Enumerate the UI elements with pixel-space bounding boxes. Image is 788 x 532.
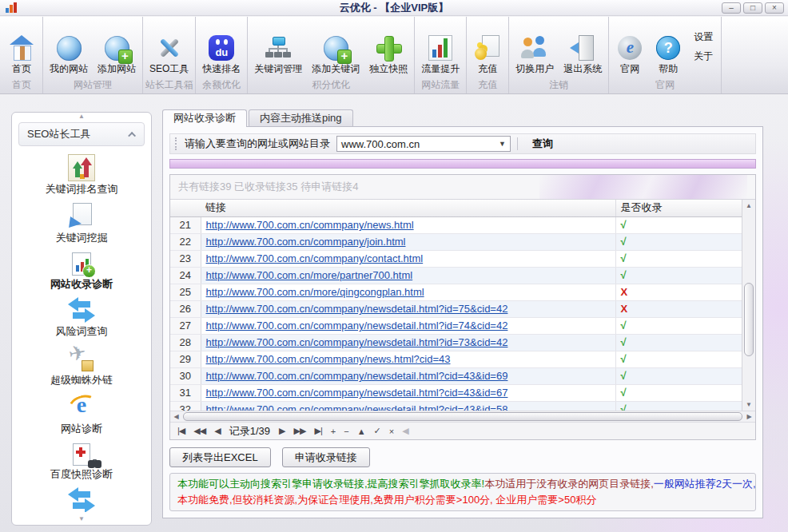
close-button[interactable]: × xyxy=(765,2,784,14)
scroll-left-icon[interactable]: ◀ xyxy=(170,411,182,422)
link-cell: http://www.700.com.cn/commpany/news.html… xyxy=(201,351,615,367)
nav-control-icon[interactable]: ▲ xyxy=(357,427,365,436)
toolbar-button-small[interactable]: 关于 xyxy=(694,50,713,63)
result-grid: 链接 是否收录 21http://www.700.com.cn/commpany… xyxy=(170,200,742,411)
link-cell: http://www.700.com.cn/commpany/newsdetai… xyxy=(201,384,615,401)
scroll-right-icon[interactable]: ▶ xyxy=(743,411,755,422)
scroll-down-icon[interactable]: ▼ xyxy=(742,399,755,411)
hscroll-thumb[interactable] xyxy=(183,412,742,421)
url-link[interactable]: http://www.700.com.cn/commpany/newsdetai… xyxy=(206,336,508,348)
url-link[interactable]: http://www.700.com.cn/commpany/news.html xyxy=(206,219,414,231)
sidebar-item-关键词排名查询[interactable]: 关键词排名查询 xyxy=(46,154,118,196)
sidebar-scroll-up-icon[interactable]: ▲ xyxy=(12,113,151,121)
coins-icon xyxy=(473,34,502,62)
scroll-track[interactable] xyxy=(742,212,755,399)
nav-control-icon[interactable]: ▶ xyxy=(279,426,285,436)
nav-control-icon[interactable]: ◀◀ xyxy=(193,426,205,436)
nav-control-icon[interactable]: − xyxy=(344,427,348,436)
nav-control-icon[interactable]: ▶| xyxy=(314,426,321,436)
url-combobox[interactable]: www.700.com.cn ▼ xyxy=(336,136,511,152)
sidebar-item-网站诊断[interactable]: 网站诊断 xyxy=(61,392,102,435)
toolbar-group-caption: 充值 xyxy=(468,77,507,93)
toolbar-button-web-icon[interactable]: 官网 xyxy=(611,17,649,77)
toolbar-button-globe-add-icon[interactable]: 添加关键词 xyxy=(307,17,364,77)
scroll-thumb[interactable] xyxy=(744,283,754,356)
url-link[interactable]: http://www.700.com.cn/commpany/newsdetai… xyxy=(206,387,508,399)
toolbar-button-tools-icon[interactable]: SEO工具 xyxy=(145,17,193,77)
chevron-down-icon[interactable]: ▼ xyxy=(499,140,506,148)
horizontal-scrollbar[interactable]: ◀ ▶ xyxy=(170,411,755,422)
sidebar-scroll-down-icon[interactable]: ▼ xyxy=(12,515,151,523)
toolbar-group-items: 关键词管理添加关键词独立快照 xyxy=(249,17,412,77)
url-link[interactable]: http://www.700.com.cn/more/qingcongplan.… xyxy=(206,286,424,298)
toolbar-button-coins-icon[interactable]: 充值 xyxy=(468,17,507,77)
nav-control-icon[interactable]: ◀ xyxy=(214,426,220,436)
link-cell: http://www.700.com.cn/commpany/newsdetai… xyxy=(201,300,615,317)
record-navigator: |◀◀◀◀记录1/39▶▶▶▶|+−▲✓×◀ xyxy=(170,422,755,439)
sidebar-item-关键词挖掘[interactable]: 关键词挖掘 xyxy=(56,201,108,244)
url-link[interactable]: http://www.700.com.cn/commpany/join.html xyxy=(206,236,406,248)
sidebar-item-风险词查询[interactable]: 风险词查询 xyxy=(56,296,108,338)
toolbar-button-globe-icon[interactable]: 我的网站 xyxy=(45,17,93,77)
toolbar-group: 我的网站添加网站网站管理 xyxy=(43,17,143,93)
sidebar-item-超级蜘蛛外链[interactable]: 超级蜘蛛外链 xyxy=(50,343,113,387)
baidu-icon xyxy=(209,35,234,61)
table-row: 24http://www.700.com.cn/more/partner700.… xyxy=(170,267,742,284)
link-cell: http://www.700.com.cn/commpany/join.html xyxy=(201,233,615,250)
toolbar-button-baidu-icon[interactable]: 快速排名 xyxy=(197,17,245,77)
url-link[interactable]: http://www.700.com.cn/commpany/newsdetai… xyxy=(206,370,508,382)
scroll-up-icon[interactable]: ▲ xyxy=(742,200,755,212)
summary-text: 共有链接39 已收录链接35 待申请链接4 xyxy=(170,175,755,199)
row-number: 26 xyxy=(170,300,201,317)
tab-网站收录诊断[interactable]: 网站收录诊断 xyxy=(162,109,247,127)
nav-control-icon[interactable]: × xyxy=(389,427,393,436)
link-cell: http://www.700.com.cn/commpany/contact.h… xyxy=(201,250,615,267)
apply-inclusion-button[interactable]: 申请收录链接 xyxy=(282,447,370,467)
vertical-scrollbar[interactable]: ▲ ▼ xyxy=(742,200,755,411)
included-status: √ xyxy=(615,367,742,384)
nav-control-icon[interactable]: ✓ xyxy=(374,426,380,436)
toolbar-group-items: 我的网站添加网站 xyxy=(45,17,141,77)
maximize-button[interactable]: □ xyxy=(743,2,762,14)
toolbar-button-exit-icon[interactable]: 退出系统 xyxy=(559,17,607,77)
note-line-2: 本功能免费,但较消耗资源,为保证合理使用,免费用户积分需要>100分, 企业用户… xyxy=(177,492,748,508)
ie-icon xyxy=(66,392,97,421)
nav-control-icon[interactable]: ▶▶ xyxy=(294,426,306,436)
tab-内容主动推送ping[interactable]: 内容主动推送ping xyxy=(249,109,353,126)
export-excel-button[interactable]: 列表导出EXCEL xyxy=(169,447,271,467)
sidebar-item-百度快照诊断[interactable]: 百度快照诊断 xyxy=(50,441,113,481)
toolbar-button-plus-icon[interactable]: 独立快照 xyxy=(364,17,412,77)
sidebar-item-label: 关键词排名查询 xyxy=(46,183,118,196)
row-number: 32 xyxy=(170,401,201,411)
toolbar-group-caption: 注销 xyxy=(511,77,607,93)
toolbar-button-help-icon[interactable]: 帮助 xyxy=(649,17,687,77)
table-body: 21http://www.700.com.cn/commpany/news.ht… xyxy=(170,216,742,411)
url-link[interactable]: http://www.700.com.cn/commpany/newsdetai… xyxy=(206,320,508,332)
nav-control-icon[interactable]: |◀ xyxy=(177,426,185,436)
grid-wrap: 链接 是否收录 21http://www.700.com.cn/commpany… xyxy=(170,199,755,411)
url-link[interactable]: http://www.700.com.cn/commpany/newsdetai… xyxy=(206,403,508,411)
table-row: 32http://www.700.com.cn/commpany/newsdet… xyxy=(170,401,742,411)
nav-control-icon[interactable]: + xyxy=(331,427,335,436)
minimize-button[interactable]: – xyxy=(722,2,741,14)
link-cell: http://www.700.com.cn/commpany/newsdetai… xyxy=(201,334,615,351)
url-link[interactable]: http://www.700.com.cn/commpany/newsdetai… xyxy=(206,303,508,315)
link-cell: http://www.700.com.cn/commpany/newsdetai… xyxy=(201,317,615,334)
sidebar-item[interactable] xyxy=(67,486,96,512)
sidebar-item-网站收录诊断[interactable]: 网站收录诊断 xyxy=(50,250,113,291)
toolbar-button-globe-add-icon[interactable]: 添加网站 xyxy=(93,17,141,77)
toolbar-button-users-icon[interactable]: 切换用户 xyxy=(511,17,559,77)
toolbar-button-chart-icon[interactable]: 流量提升 xyxy=(416,17,464,77)
toolbar-button-small[interactable]: 设置 xyxy=(694,30,713,44)
doc-medical-icon xyxy=(73,443,90,466)
toolbar-group: SEO工具站长工具箱 xyxy=(143,17,196,93)
sidebar-header[interactable]: SEO站长工具 xyxy=(18,122,145,146)
url-link[interactable]: http://www.700.com.cn/commpany/contact.h… xyxy=(206,252,424,264)
query-button[interactable]: 查询 xyxy=(524,137,561,151)
toolbar-button-home-icon[interactable]: 首页 xyxy=(2,17,41,77)
url-link[interactable]: http://www.700.com.cn/more/partner700.ht… xyxy=(206,269,413,281)
toolbar-button-label: 首页 xyxy=(12,62,31,76)
toolbar-button-sitemap-icon[interactable]: 关键词管理 xyxy=(249,17,307,77)
url-combobox-value: www.700.com.cn xyxy=(341,138,420,150)
url-link[interactable]: http://www.700.com.cn/commpany/news.html… xyxy=(206,353,451,365)
